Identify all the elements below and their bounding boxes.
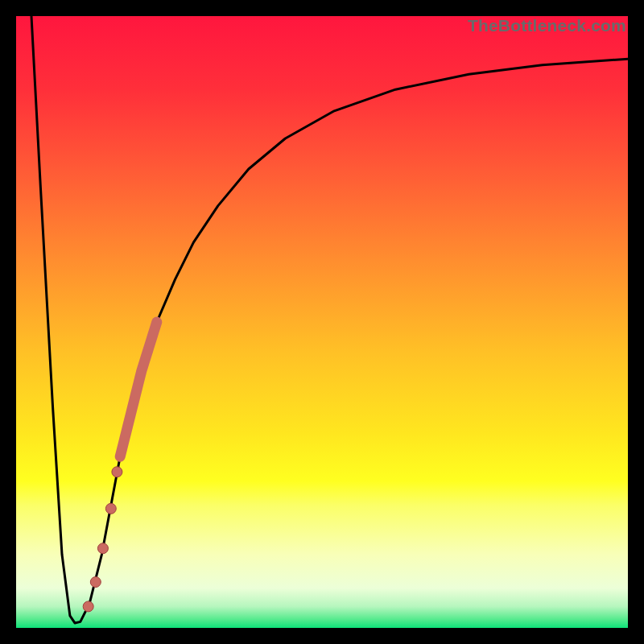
data-marker — [90, 577, 101, 588]
data-marker — [112, 467, 122, 477]
plot-area: TheBottleneck.com — [16, 16, 628, 628]
svg-rect-0 — [16, 16, 628, 628]
data-marker — [105, 503, 116, 514]
data-marker — [97, 543, 108, 554]
gradient-background — [16, 16, 628, 628]
chart-frame: TheBottleneck.com — [0, 0, 644, 644]
data-marker — [83, 601, 93, 612]
